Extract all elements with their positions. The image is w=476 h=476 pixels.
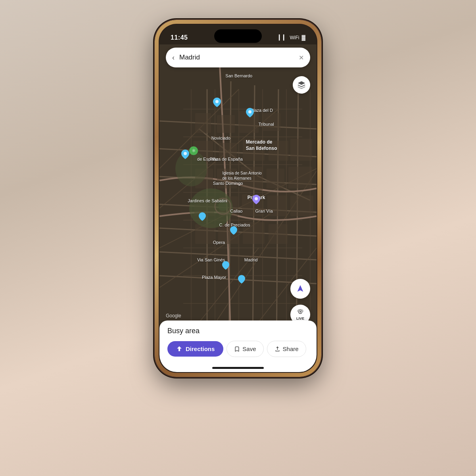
svg-point-32 (189, 146, 198, 155)
share-icon (274, 346, 280, 352)
svg-rect-12 (241, 167, 263, 190)
svg-rect-23 (269, 224, 288, 244)
phone-frame: 11:45 ▎▎ WiFi ▓ (155, 20, 321, 377)
search-bar[interactable]: ‹ Madrid ✕ (166, 48, 310, 67)
svg-point-24 (189, 188, 233, 228)
label-san-gines: Via San Ginés (197, 257, 225, 262)
pin-primark (252, 195, 260, 206)
back-button[interactable]: ‹ (172, 54, 175, 62)
label-jardines: Jardines de Sabatini (188, 198, 227, 203)
save-button[interactable]: Save (226, 341, 263, 357)
label-iglesia: Iglesia de San Antoniode los Alemanes (222, 171, 262, 181)
scene: 11:45 ▎▎ WiFi ▓ (0, 0, 476, 476)
svg-text:⚛: ⚛ (192, 148, 196, 154)
panel-actions: Directions Save Share (167, 341, 309, 357)
svg-rect-10 (195, 169, 213, 188)
svg-rect-0 (159, 50, 317, 347)
svg-rect-9 (290, 139, 312, 161)
map-area[interactable]: San Bernardo Plaza del D Tribunal Mercad… (159, 25, 317, 372)
svg-rect-5 (193, 141, 213, 161)
label-tribunal: Tribunal (258, 122, 274, 127)
status-icons: ▎▎ WiFi ▓ (279, 35, 305, 40)
dynamic-island (214, 29, 262, 43)
status-time: 11:45 (171, 34, 188, 41)
label-opera: Opera (213, 240, 225, 245)
svg-point-25 (175, 151, 207, 186)
search-query: Madrid (179, 54, 294, 61)
svg-rect-4 (263, 113, 280, 131)
signal-icon: ▎▎ (279, 35, 288, 40)
svg-rect-19 (290, 196, 313, 216)
label-primark: Primark (248, 195, 265, 200)
phone-screen: 11:45 ▎▎ WiFi ▓ (159, 25, 317, 372)
label-gran-via: Gran Vía (255, 209, 273, 213)
directions-button[interactable]: Directions (167, 341, 223, 357)
svg-rect-2 (217, 115, 235, 133)
pin-8 (238, 275, 245, 285)
navigation-button[interactable] (290, 279, 310, 299)
status-bar: 11:45 ▎▎ WiFi ▓ (159, 25, 317, 44)
svg-rect-17 (242, 194, 264, 216)
share-button[interactable]: Share (267, 341, 306, 357)
svg-rect-13 (267, 169, 284, 188)
save-icon (234, 346, 240, 352)
svg-point-34 (299, 310, 302, 314)
svg-rect-20 (195, 224, 214, 244)
map-svg (159, 25, 317, 372)
svg-rect-7 (243, 139, 265, 161)
pin-2 (181, 150, 189, 161)
bottom-panel: Busy area Directions Save (159, 321, 317, 372)
label-santo-domingo: Santo Domingo (213, 181, 243, 186)
label-preciados: C. de Preciados (219, 223, 250, 227)
home-indicator (212, 367, 264, 369)
svg-rect-14 (288, 167, 312, 188)
label-plaza-d: Plaza del D (251, 108, 273, 113)
wifi-icon: WiFi (290, 35, 299, 40)
svg-rect-1 (195, 113, 211, 133)
label-noviciado: Noviciado (211, 136, 230, 140)
pin-5 (199, 212, 206, 223)
label-plaza-mayor: Plaza Mayor (202, 275, 226, 280)
directions-icon (176, 346, 182, 352)
map-layer-button[interactable] (293, 76, 310, 94)
svg-point-26 (215, 198, 231, 214)
svg-point-35 (299, 311, 301, 313)
svg-rect-18 (267, 196, 287, 216)
google-watermark: Google (166, 313, 181, 319)
live-label: LIVE (296, 317, 304, 321)
label-mercado: Mercado deSan Ildefonso (246, 139, 277, 152)
label-espana-de: de España (197, 157, 218, 161)
svg-rect-15 (194, 196, 214, 216)
label-san-bernardo: San Bernardo (225, 73, 252, 78)
svg-point-29 (184, 152, 187, 155)
svg-point-27 (218, 202, 228, 211)
svg-rect-16 (219, 196, 238, 216)
svg-rect-22 (243, 222, 265, 244)
battery-icon: ▓ (302, 35, 305, 40)
svg-point-30 (248, 110, 251, 113)
clear-button[interactable]: ✕ (299, 54, 304, 61)
svg-rect-8 (269, 141, 288, 161)
svg-rect-3 (239, 111, 259, 133)
svg-rect-11 (217, 169, 237, 188)
svg-rect-21 (218, 224, 239, 244)
pin-1 (213, 98, 221, 109)
label-plaza-espana: Plaza de España (210, 157, 243, 161)
pin-7 (222, 261, 229, 271)
pin-6 (230, 226, 237, 236)
pin-3 (246, 108, 254, 119)
label-madrid: Madrid (244, 257, 258, 262)
svg-point-28 (215, 100, 219, 103)
svg-point-31 (255, 197, 258, 200)
live-button[interactable]: LIVE (290, 305, 310, 324)
pin-green: ⚛ (189, 146, 198, 157)
svg-rect-6 (219, 143, 237, 161)
panel-title: Busy area (167, 327, 309, 335)
label-callao: Callao (230, 209, 242, 213)
